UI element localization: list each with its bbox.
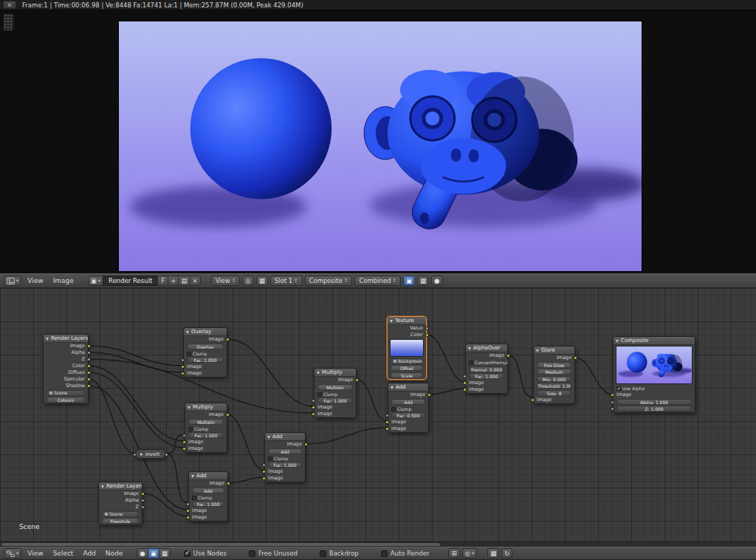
node-header[interactable]: Glare (534, 346, 574, 355)
node-multiply-2[interactable]: MultiplyImageMultiplyClampFac: 1.000Imag… (185, 403, 227, 453)
node-texture[interactable]: TextureValueColorBackgroundOffsetScale (387, 316, 427, 380)
node-composite[interactable]: CompositeUse AlphaImageAlpha: 1.000Z: 1.… (613, 336, 695, 413)
node-socket[interactable] (141, 505, 145, 509)
pivot-button[interactable]: ◎ (242, 276, 253, 286)
node-socket[interactable] (182, 447, 186, 451)
scrollbar-handle[interactable] (1, 543, 440, 546)
new-image-button[interactable]: + (168, 276, 179, 286)
auto-render-checkbox[interactable]: Auto Render (378, 550, 433, 557)
node-socket[interactable] (181, 358, 185, 362)
node-checkbox[interactable] (391, 407, 396, 412)
node-link[interactable] (89, 379, 135, 454)
node-socket[interactable] (141, 492, 145, 496)
node-socket[interactable] (227, 482, 230, 485)
use-nodes-checkbox[interactable]: Use Nodes (181, 550, 230, 557)
node-value-slider[interactable]: Size: 8 (537, 390, 571, 396)
menu-view[interactable]: View (24, 550, 47, 557)
node-dropdown[interactable]: Freestyle (102, 518, 139, 524)
node-socket[interactable] (355, 378, 359, 382)
node-socket[interactable] (141, 499, 145, 502)
node-socket[interactable] (312, 399, 315, 403)
draw-other-button[interactable]: ▦ (417, 276, 429, 286)
node-socket[interactable] (186, 516, 190, 519)
node-socket[interactable] (611, 400, 614, 404)
node-checkbox[interactable] (469, 361, 473, 365)
node-socket[interactable] (304, 443, 308, 446)
compositing-nodes-button[interactable]: ▣ (148, 548, 159, 559)
node-socket[interactable] (226, 413, 230, 417)
node-dropdown[interactable]: Scale (391, 372, 423, 378)
node-socket[interactable] (262, 470, 266, 474)
node-value-slider[interactable]: Alpha: 1.000 (616, 399, 692, 405)
tile-button[interactable]: ▦ (256, 276, 268, 286)
node-link[interactable] (508, 355, 533, 397)
node-dropdown[interactable]: Multiply (188, 419, 224, 425)
node-link[interactable] (89, 366, 185, 441)
node-dropdown[interactable]: Colours (47, 397, 85, 403)
node-socket[interactable] (427, 393, 431, 397)
node-socket[interactable] (262, 463, 266, 467)
node-value-slider[interactable]: Z: 1.000 (616, 406, 692, 412)
node-socket[interactable] (186, 509, 190, 513)
node-invert[interactable]: Invert (135, 449, 166, 459)
node-socket[interactable] (87, 351, 91, 355)
node-value-slider[interactable]: Premul: 0.000 (469, 366, 504, 372)
node-multiply-1[interactable]: MultiplyImageMultiplyClampFac: 1.000Imag… (314, 368, 357, 418)
node-socket[interactable] (87, 371, 91, 375)
node-dropdown[interactable]: Medium (537, 369, 571, 375)
node-socket[interactable] (182, 440, 186, 444)
node-socket[interactable] (574, 356, 577, 360)
unlink-image-button[interactable]: × (190, 276, 201, 286)
node-socket[interactable] (262, 477, 266, 480)
node-socket[interactable] (425, 333, 429, 337)
node-value-slider[interactable]: Fac: 1.000 (268, 462, 302, 468)
node-socket[interactable] (182, 434, 186, 437)
node-render-layers-1[interactable]: Render LayersImageAlphaZColorDiffuseSpec… (43, 334, 89, 404)
editor-type-button[interactable]: ▾ (4, 276, 21, 286)
node-header[interactable]: Composite (614, 337, 695, 345)
node-socket[interactable] (463, 381, 467, 385)
node-socket[interactable] (87, 344, 91, 348)
renderlayer-dropdown[interactable]: Composite ↕ (305, 276, 353, 286)
render-slot-button[interactable]: ● (431, 276, 442, 286)
menu-add[interactable]: Add (79, 550, 99, 557)
node-header[interactable]: Add (265, 433, 305, 441)
node-editor-canvas[interactable]: Render LayersImageAlphaZColorDiffuseSpec… (0, 288, 756, 542)
free-unused-checkbox[interactable]: Free Unused (246, 550, 300, 557)
node-link[interactable] (429, 389, 465, 395)
snap-target-button[interactable]: ◎ ▾ (462, 548, 478, 559)
node-checkbox[interactable] (317, 392, 322, 397)
node-link[interactable] (306, 428, 388, 444)
node-checkbox[interactable] (616, 386, 621, 391)
menu-image[interactable]: Image (49, 277, 78, 284)
node-value-slider[interactable]: Fac: 1.000 (188, 432, 224, 438)
node-link[interactable] (227, 414, 264, 471)
node-value-slider[interactable]: Fac: 1.000 (187, 357, 224, 363)
node-header[interactable]: Add (189, 472, 227, 480)
menu-select[interactable]: Select (49, 550, 78, 557)
fake-user-button[interactable]: F (157, 276, 168, 286)
node-socket[interactable] (181, 372, 185, 375)
browse-image-button[interactable]: ▣ ▾ (88, 276, 103, 286)
refresh-button[interactable]: ↻ (501, 548, 512, 559)
node-socket[interactable] (87, 378, 91, 381)
node-dropdown[interactable]: Add (268, 448, 302, 454)
display-channels-button[interactable]: ▣ (403, 276, 415, 286)
node-add-3[interactable]: AddImageAddClampFac: 1.000ImageImage (188, 471, 228, 522)
node-socket[interactable] (312, 406, 315, 409)
node-socket[interactable] (226, 338, 230, 341)
node-socket[interactable] (133, 453, 137, 457)
node-socket[interactable] (611, 393, 614, 397)
node-dropdown[interactable]: Offset (391, 365, 423, 371)
backdrop-checkbox[interactable]: Backdrop (317, 550, 362, 557)
node-dropdown[interactable]: Add (192, 488, 224, 494)
node-header[interactable]: Render Layers (99, 482, 142, 491)
texture-nodes-button[interactable]: ▦ (159, 548, 171, 559)
node-value-slider[interactable]: Fac: 1.000 (192, 501, 224, 507)
node-socket[interactable] (186, 502, 190, 506)
node-value-slider[interactable]: Mix: 0.000 (537, 376, 571, 382)
pass-dropdown[interactable]: Combined ↕ (354, 276, 401, 286)
node-socket[interactable] (611, 407, 614, 411)
node-header[interactable]: Add (388, 383, 428, 392)
node-socket[interactable] (165, 453, 168, 457)
